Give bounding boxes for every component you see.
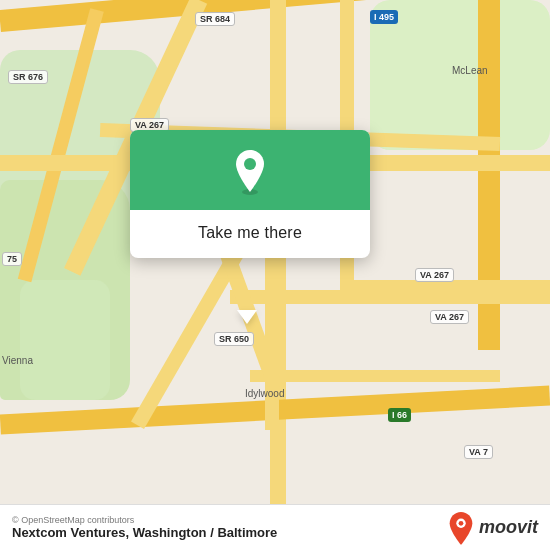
- moovit-logo: moovit: [447, 511, 538, 545]
- label-i-495: I 495: [370, 10, 398, 24]
- map-container: SR 676 SR 684 I 495 VA 267 VA 267 VA 267…: [0, 0, 550, 550]
- label-sr-684: SR 684: [195, 12, 235, 26]
- location-pin-icon: [230, 148, 270, 196]
- moovit-text: moovit: [479, 517, 538, 538]
- popup-button-section: Take me there: [130, 210, 370, 258]
- label-va-7: VA 7: [464, 445, 493, 459]
- location-popup: Take me there: [130, 130, 370, 258]
- label-route-75: 75: [2, 252, 22, 266]
- place-vienna: Vienna: [2, 355, 33, 366]
- svg-point-3: [459, 520, 464, 525]
- label-va-267-c: VA 267: [415, 268, 454, 282]
- label-i-66: I 66: [388, 408, 411, 422]
- place-mclean: McLean: [452, 65, 488, 76]
- location-title: Nextcom Ventures, Washington / Baltimore: [12, 525, 277, 540]
- label-sr-650: SR 650: [214, 332, 254, 346]
- label-sr-676: SR 676: [8, 70, 48, 84]
- place-idylwood: Idylwood: [245, 388, 284, 399]
- bottom-bar-left: © OpenStreetMap contributors Nextcom Ven…: [12, 515, 277, 540]
- moovit-pin-icon: [447, 511, 475, 545]
- take-me-there-button[interactable]: Take me there: [198, 220, 302, 246]
- park-area-3: [20, 280, 110, 400]
- label-va-267-d: VA 267: [430, 310, 469, 324]
- popup-tail: [237, 310, 257, 324]
- road-horizontal-3: [250, 370, 500, 382]
- bottom-bar: © OpenStreetMap contributors Nextcom Ven…: [0, 504, 550, 550]
- copyright-text: © OpenStreetMap contributors: [12, 515, 277, 525]
- road-sr650: [265, 250, 279, 430]
- popup-green-header: [130, 130, 370, 210]
- svg-point-1: [244, 158, 256, 170]
